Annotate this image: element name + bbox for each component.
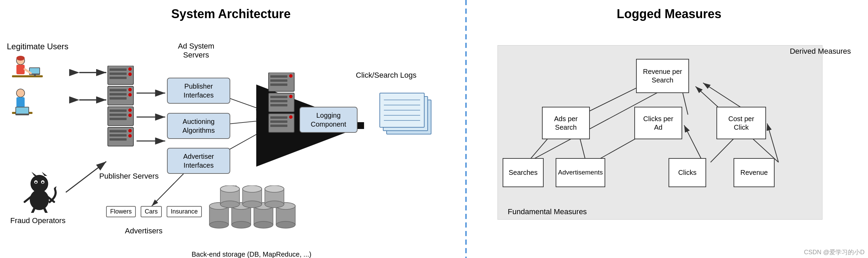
svg-rect-58	[270, 79, 287, 82]
svg-point-73	[209, 221, 229, 228]
legitimate-users-label: Legitimate Users	[7, 42, 68, 51]
svg-point-114	[30, 190, 49, 210]
svg-point-70	[289, 115, 293, 119]
clicks-box: Clicks	[669, 158, 706, 187]
revenue-per-search-box: Revenue per Search	[636, 59, 689, 93]
svg-marker-113	[42, 172, 47, 176]
svg-rect-46	[109, 114, 127, 116]
searches-box: Searches	[503, 158, 544, 187]
svg-rect-45	[109, 109, 127, 112]
system-architecture-title: System Architecture	[7, 7, 455, 21]
svg-rect-69	[270, 125, 287, 127]
ad-system-title: Ad System Servers	[178, 42, 214, 60]
svg-rect-63	[270, 100, 287, 102]
right-section: Logged Measures Derived Measures Fundame…	[470, 0, 868, 258]
ad-server-stacks	[267, 73, 298, 149]
fraud-operators-label: Fraud Operators	[10, 216, 65, 225]
clicks-per-ad-box: Clicks per Ad	[634, 107, 682, 139]
flowers-tag: Flowers	[106, 206, 136, 217]
advertiser-tags: Flowers Cars Insurance	[106, 206, 202, 217]
svg-point-48	[128, 108, 132, 112]
svg-line-8	[229, 98, 263, 110]
svg-line-116	[31, 209, 34, 213]
svg-point-111	[42, 182, 44, 183]
svg-rect-28	[16, 97, 25, 107]
watermark: CSDN @爱学习的小D	[804, 248, 865, 256]
main-container: System Architecture	[0, 0, 868, 258]
ads-per-search-box: Ads per Search	[542, 107, 590, 139]
svg-point-89	[220, 201, 239, 208]
fraud-operators-figure	[17, 172, 62, 214]
auctioning-algorithms-box: Auctioning Algorithms	[167, 113, 230, 139]
advertisements-box: Advertisements	[556, 158, 605, 187]
advertisers-label: Advertisers	[125, 227, 163, 235]
svg-point-81	[254, 221, 273, 228]
user2-figure	[9, 88, 43, 120]
svg-rect-39	[109, 89, 127, 91]
cars-tag: Cars	[141, 206, 162, 217]
svg-rect-52	[109, 134, 127, 137]
logging-component-box: Logging Component	[299, 107, 358, 133]
svg-point-37	[128, 73, 132, 76]
advertiser-interfaces-box: Advertiser Interfaces	[167, 148, 230, 174]
svg-line-117	[44, 209, 47, 213]
svg-rect-25	[34, 75, 36, 76]
publisher-server-stacks	[106, 66, 137, 170]
publisher-servers-label: Publisher Servers	[99, 172, 159, 181]
svg-rect-33	[109, 68, 127, 71]
click-search-logs	[376, 86, 445, 156]
backend-label: Back-end storage (DB, MapReduce, ...)	[192, 250, 311, 258]
svg-rect-31	[16, 107, 28, 114]
svg-point-36	[128, 67, 132, 71]
logged-measures-diagram: Derived Measures Fundamental Measures	[480, 25, 858, 250]
svg-rect-62	[270, 96, 287, 98]
svg-rect-35	[109, 77, 127, 79]
svg-point-65	[289, 95, 293, 98]
svg-rect-57	[270, 75, 287, 78]
click-search-logs-label: Click/Search Logs	[356, 71, 416, 80]
svg-rect-40	[109, 93, 127, 95]
derived-measures-label: Derived Measures	[790, 47, 851, 56]
svg-point-42	[128, 88, 132, 91]
svg-point-90	[220, 185, 239, 192]
svg-rect-47	[109, 118, 127, 120]
section-divider	[465, 0, 467, 258]
svg-point-55	[128, 134, 132, 138]
svg-rect-41	[109, 97, 127, 100]
svg-rect-22	[12, 75, 43, 77]
revenue-box: Revenue	[734, 158, 775, 187]
svg-line-10	[229, 131, 263, 150]
insurance-tag: Insurance	[167, 206, 202, 217]
svg-point-27	[16, 89, 25, 97]
svg-point-98	[265, 185, 284, 192]
svg-point-43	[128, 93, 132, 96]
svg-marker-112	[31, 172, 37, 176]
svg-rect-21	[16, 65, 25, 74]
logged-measures-title: Logged Measures	[480, 7, 858, 21]
svg-point-20	[16, 56, 25, 61]
svg-point-85	[276, 221, 295, 228]
svg-point-93	[243, 201, 262, 208]
fundamental-measures-label: Fundamental Measures	[508, 207, 587, 216]
svg-rect-67	[270, 116, 287, 119]
svg-point-110	[35, 182, 37, 183]
svg-rect-64	[270, 104, 287, 106]
svg-rect-51	[109, 130, 127, 132]
svg-rect-34	[109, 73, 127, 75]
svg-line-9	[229, 120, 263, 124]
left-section: System Architecture	[0, 0, 462, 258]
svg-point-60	[289, 74, 293, 78]
user1-figure	[10, 55, 44, 88]
svg-point-94	[243, 185, 262, 192]
architecture-diagram: Legitimate Users	[7, 25, 455, 257]
svg-rect-59	[270, 83, 287, 86]
svg-point-97	[265, 201, 284, 208]
svg-point-54	[128, 129, 132, 132]
svg-rect-68	[270, 120, 287, 123]
svg-point-49	[128, 114, 132, 117]
svg-point-77	[232, 221, 251, 228]
cost-per-click-box: Cost per Click	[716, 107, 766, 139]
publisher-interfaces-box: Publisher Interfaces	[167, 78, 230, 104]
backend-storage	[209, 185, 308, 248]
svg-rect-53	[109, 138, 127, 141]
